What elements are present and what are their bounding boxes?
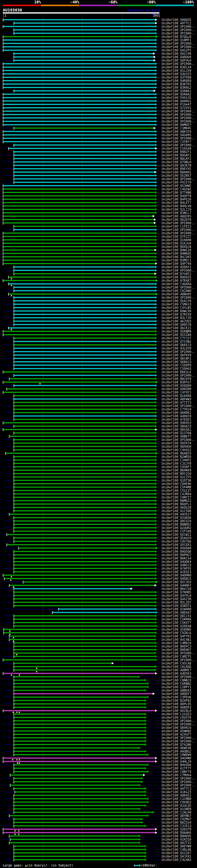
hit-row: UniRef100_C8NY74	[0, 770, 197, 773]
label-connector-line	[158, 213, 161, 213]
hit-label: UniRef100_A6WE36	[162, 746, 191, 750]
label-connector-line	[158, 345, 161, 345]
label-connector-line	[158, 338, 161, 338]
hit-row: UniRef100_C3JE13	[0, 824, 197, 828]
hit-row: UniRef100_UPI000..	[0, 777, 197, 780]
hit-row: UniRef100_C5P4M8	[0, 486, 197, 489]
alignment-bar	[14, 165, 155, 166]
scale-segment	[118, 5, 156, 6]
alignment-bar	[3, 212, 155, 213]
hit-row: UniRef100_UPI000..	[0, 137, 197, 140]
alignment-arrowhead-icon	[155, 228, 157, 231]
hit-label: UniRef100_B8LKF2	[162, 157, 191, 160]
label-connector-line	[158, 318, 161, 318]
alignment-bar	[14, 320, 155, 322]
scale-label: 20%	[16, 0, 41, 4]
navy-lead-line	[3, 399, 14, 399]
alignment-bar	[3, 832, 155, 833]
alignment-arrowhead-icon	[155, 391, 157, 394]
alignment-arrowhead-icon	[155, 232, 157, 234]
hit-row: UniRef100_UPI000..	[0, 32, 197, 35]
hit-label: UniRef100_UPI000..	[162, 25, 195, 28]
label-connector-line	[150, 799, 161, 799]
hit-row: UniRef100_A8PAW3	[0, 398, 197, 401]
alignment-arrowhead-icon	[145, 706, 147, 709]
hit-label: UniRef100_A7EQV1	[162, 418, 191, 421]
alignment-arrowhead-icon	[145, 825, 147, 827]
hit-label: UniRef100_Q4JX91	[162, 855, 191, 858]
alignment-arrowhead-icon	[155, 69, 157, 72]
alignment-bar	[3, 50, 155, 51]
alignment-bar	[9, 293, 156, 295]
navy-lead-line	[3, 365, 14, 366]
navy-lead-line	[3, 717, 14, 718]
alignment-arrowhead-icon	[155, 828, 157, 831]
label-connector-line	[158, 84, 161, 84]
alignment-arrowhead-icon	[155, 598, 157, 600]
label-connector-line	[158, 189, 161, 189]
alignment-bar	[9, 148, 155, 149]
alignment-bar	[14, 351, 155, 352]
hit-label: UniRef100_Q7ZVV1	[162, 106, 191, 110]
label-connector-line	[158, 335, 161, 335]
hit-label: UniRef100_A1R3I8	[162, 838, 191, 841]
alignment-arrowhead-icon	[139, 841, 141, 844]
hit-row: UniRef100_UPI000..	[0, 144, 197, 147]
alignment-arrowhead-icon	[155, 540, 157, 542]
alignment-bar	[14, 798, 147, 799]
label-connector-line	[155, 216, 161, 216]
hit-label: UniRef100_C5E0P9	[162, 364, 191, 367]
hit-row: UniRef100_C2CMB0	[0, 797, 197, 801]
navy-lead-line	[3, 541, 14, 541]
label-connector-line	[158, 511, 161, 511]
alignment-bar	[3, 94, 155, 95]
hit-label: UniRef100_A5WKN2	[162, 730, 191, 733]
alignment-arrowhead-icon	[155, 357, 157, 360]
hit-label: UniRef100_C5KM46	[162, 618, 191, 621]
query-id: AU193838	[3, 8, 22, 12]
label-connector-line	[158, 365, 161, 366]
label-connector-line	[158, 209, 161, 210]
label-connector-line	[158, 369, 161, 369]
label-connector-line	[158, 230, 161, 230]
label-connector-line	[147, 690, 161, 691]
hit-row: UniRef100_B9WL99	[0, 309, 197, 313]
hit-label: UniRef100_A8DVA7	[162, 611, 191, 614]
hit-label: UniRef100_C4Y9Y1	[162, 391, 191, 394]
hit-label: UniRef100_C2GIE3	[162, 713, 191, 716]
navy-lead-line	[3, 351, 14, 352]
navy-lead-line	[3, 419, 14, 420]
label-connector-line	[158, 280, 161, 281]
label-connector-line	[158, 40, 161, 40]
hit-label: UniRef100_UPI000..	[162, 777, 195, 780]
alignment-arrowhead-icon	[155, 255, 157, 258]
hit-row: UniRef100_P49135	[0, 96, 197, 99]
hit-row: UniRef100_A0PL05	[0, 702, 197, 706]
alignment-bar	[14, 771, 147, 772]
alignment-bar	[14, 500, 155, 501]
alignment-arrowhead-icon	[155, 154, 157, 156]
alignment-arrowhead-icon	[156, 625, 158, 627]
label-connector-line	[158, 656, 161, 657]
alignment-arrowhead-icon	[145, 794, 147, 797]
hit-label: UniRef100_A4HH67	[162, 584, 191, 587]
label-connector-line	[158, 385, 161, 386]
navy-lead-line	[3, 663, 14, 663]
alignment-bar	[15, 791, 145, 793]
label-connector-line	[158, 575, 161, 576]
navy-lead-line	[3, 738, 14, 738]
label-connector-line	[158, 711, 161, 711]
hit-row: UniRef100_UPI000..	[0, 116, 197, 120]
alignment-bar	[3, 124, 155, 125]
alignment-arrowhead-icon	[155, 86, 157, 89]
alignment-arrowhead-icon	[155, 459, 157, 461]
label-connector-line	[158, 531, 161, 531]
alignment-arrowhead-icon	[155, 198, 157, 200]
label-connector-line	[133, 589, 161, 589]
hit-row: UniRef100_B2HFB2	[0, 699, 197, 702]
alignment-bar	[3, 259, 155, 261]
hit-row: UniRef100_B3RTG7	[0, 380, 197, 384]
navy-lead-line	[3, 548, 19, 548]
alignment-bar	[14, 680, 145, 681]
hit-row: UniRef100_UPI000..	[0, 374, 197, 377]
